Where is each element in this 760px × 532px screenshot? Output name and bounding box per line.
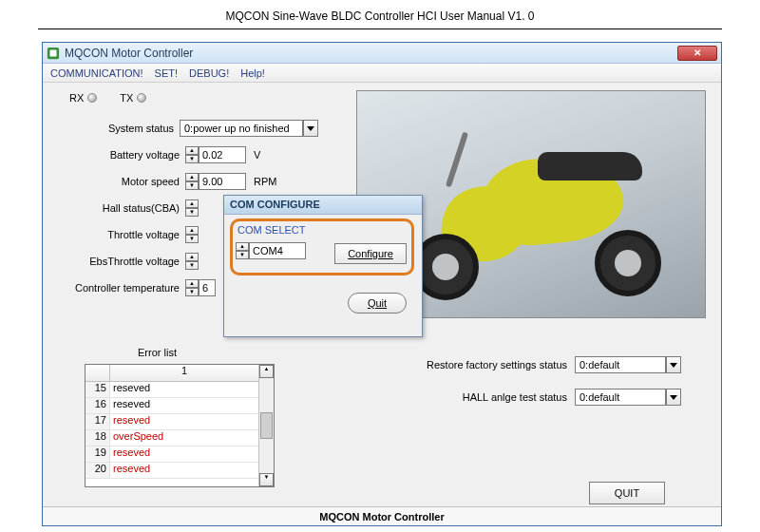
error-list-row[interactable]: 19reseved (86, 446, 258, 463)
spin-down-icon[interactable]: ▼ (185, 235, 199, 243)
scroll-thumb[interactable] (260, 412, 273, 439)
hall-test-status-select[interactable]: 0:default (575, 389, 681, 406)
error-list: 1 15reseved16reseved17reseved18overSpeed… (85, 364, 275, 487)
error-list-header: 1 (86, 365, 258, 382)
led-icon (87, 93, 97, 103)
chevron-down-icon[interactable] (666, 389, 681, 406)
battery-voltage-input[interactable] (199, 146, 246, 163)
restore-status-select[interactable]: 0:default (575, 356, 681, 373)
spin-up-icon[interactable]: ▲ (185, 226, 199, 235)
error-list-row[interactable]: 18overSpeed (86, 430, 258, 446)
error-list-title: Error list (138, 347, 177, 358)
unit-v: V (254, 149, 260, 161)
spin-up-icon[interactable]: ▲ (185, 200, 199, 208)
spin-down-icon[interactable]: ▼ (185, 261, 199, 270)
led-icon (137, 93, 146, 103)
error-list-row[interactable]: 17reseved (86, 414, 258, 430)
spin-down-icon[interactable]: ▼ (185, 208, 199, 217)
label-system-status: System status (52, 123, 180, 134)
label-throttle-voltage: Throttle voltage (52, 229, 185, 240)
unit-rpm: RPM (254, 176, 276, 187)
spin-down-icon[interactable]: ▼ (185, 155, 199, 163)
com-select-input[interactable] (249, 242, 306, 259)
error-list-row[interactable]: 20reseved (86, 463, 258, 479)
menu-help[interactable]: Help! (240, 67, 265, 79)
label-battery-voltage: Battery voltage (52, 149, 185, 161)
footer: MQCON Motor Controller (43, 506, 721, 525)
dialog-quit-button[interactable]: Quit (348, 293, 407, 314)
spin-down-icon[interactable]: ▼ (236, 251, 249, 259)
label-restore-status: Restore factory settings status (413, 359, 575, 370)
dialog-title: COM CONFIGURE (224, 196, 422, 215)
app-window: MQCON Motor Controller ✕ COMMUNICATION! … (42, 42, 722, 526)
menu-set[interactable]: SET! (155, 67, 178, 79)
spin-up-icon[interactable]: ▲ (185, 146, 199, 155)
spin-up-icon[interactable]: ▲ (185, 173, 199, 181)
com-select-label: COM SELECT (238, 224, 414, 236)
app-icon (47, 47, 60, 60)
doc-title: MQCON Sine-Wave BLDC Controller HCI User… (0, 0, 760, 28)
spin-up-icon[interactable]: ▲ (185, 253, 199, 261)
window-title: MQCON Motor Controller (65, 47, 677, 60)
scroll-down-icon[interactable]: ▼ (259, 473, 274, 486)
spin-up-icon[interactable]: ▲ (185, 279, 199, 288)
titlebar: MQCON Motor Controller ✕ (43, 43, 721, 64)
quit-button[interactable]: QUIT (589, 482, 665, 504)
label-controller-temperature: Controller temperature (52, 282, 185, 294)
error-list-row[interactable]: 15reseved (86, 382, 258, 398)
label-ebs-throttle-voltage: EbsThrottle voltage (52, 256, 185, 267)
tx-indicator: TX (120, 92, 146, 104)
configure-button[interactable]: Configure (334, 243, 407, 264)
client-area: RX TX System status 0:power up no finish… (43, 83, 721, 525)
scrollbar[interactable]: ▲ ▼ (258, 365, 274, 486)
menu-debug[interactable]: DEBUG! (189, 67, 229, 79)
com-configure-dialog: COM CONFIGURE COM SELECT ▲▼ Configure Qu… (223, 195, 423, 337)
menu-communication[interactable]: COMMUNICATION! (50, 67, 143, 79)
spin-down-icon[interactable]: ▼ (185, 288, 199, 296)
controller-temperature-input[interactable] (199, 279, 216, 296)
error-list-row[interactable]: 16reseved (86, 398, 258, 414)
chevron-down-icon[interactable] (666, 356, 681, 373)
system-status-select[interactable]: 0:power up no finished (180, 120, 318, 137)
spin-down-icon[interactable]: ▼ (185, 181, 199, 190)
spin-up-icon[interactable]: ▲ (236, 242, 249, 251)
close-button[interactable]: ✕ (677, 46, 717, 61)
rx-indicator: RX (69, 92, 97, 104)
doc-rule (38, 28, 722, 29)
svg-rect-1 (50, 49, 57, 56)
label-hall-test-status: HALL anlge test status (413, 391, 575, 403)
motor-speed-input[interactable] (199, 173, 246, 190)
label-motor-speed: Motor speed (52, 176, 185, 187)
label-hall-status: Hall status(CBA) (52, 202, 185, 214)
menubar: COMMUNICATION! SET! DEBUG! Help! (43, 64, 721, 83)
status-panel: Restore factory settings status 0:defaul… (413, 349, 708, 413)
chevron-down-icon[interactable] (303, 120, 318, 137)
scroll-up-icon[interactable]: ▲ (259, 365, 274, 378)
